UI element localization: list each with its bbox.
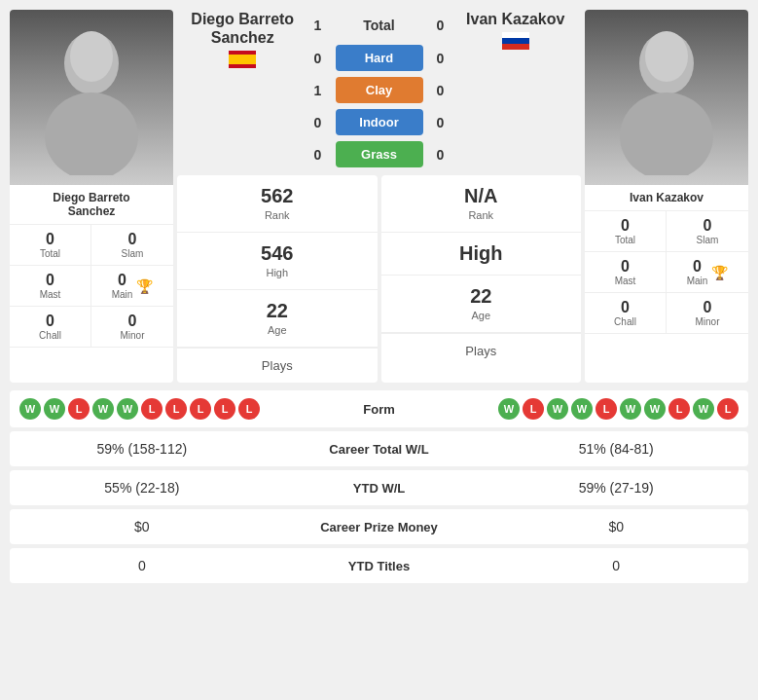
p2-titles-stat: 0	[497, 558, 735, 573]
player2-total-stat: 0 Total	[585, 211, 667, 252]
form-badge-l: L	[214, 398, 235, 420]
ytd-wl-row: 55% (22-18) YTD W/L 59% (27-19)	[10, 470, 748, 505]
total-row: 1 Total 0	[308, 12, 451, 39]
player1-name: Diego Barreto Sanchez	[49, 185, 133, 224]
player1-avatar	[10, 10, 173, 185]
player2-center-stats: N/A Rank High 22 Age Plays	[381, 175, 582, 383]
player2-main-stat: 0 Main 🏆	[667, 252, 748, 293]
form-badge-l: L	[68, 398, 90, 420]
form-badge-w: W	[620, 398, 641, 420]
player2-form: WLWWLWWLWL	[424, 398, 740, 420]
player2-chall-stat: 0 Chall	[585, 293, 667, 334]
player2-mast-stat: 0 Mast	[585, 252, 667, 293]
player2-avatar	[585, 10, 748, 185]
form-section: WWLWWLLLLL Form WLWWLWWLWL	[10, 390, 748, 427]
form-badge-l: L	[523, 398, 544, 420]
form-badge-w: W	[498, 398, 520, 420]
player2-header-name: Ivan Kazakov	[451, 10, 582, 28]
player1-header-name: Diego Barreto Sanchez	[177, 10, 308, 47]
svg-point-1	[45, 92, 138, 175]
form-badge-l: L	[141, 398, 162, 420]
svg-rect-4	[229, 55, 256, 64]
player2-minor-stat: 0 Minor	[667, 293, 748, 334]
form-badge-w: W	[571, 398, 593, 420]
career-total-row: 59% (158-112) Career Total W/L 51% (84-8…	[10, 431, 748, 466]
form-badge-l: L	[165, 398, 187, 420]
ytd-wl-label: YTD W/L	[261, 481, 498, 496]
indoor-row: 0 Indoor 0	[308, 109, 451, 135]
player2-slam-stat: 0 Slam	[667, 211, 748, 252]
hard-btn: Hard	[336, 45, 423, 71]
player1-center-stats: 562 Rank 546 High 22 Age Plays	[177, 175, 378, 383]
ytd-titles-row: 0 YTD Titles 0	[10, 548, 748, 583]
svg-point-9	[620, 92, 713, 175]
form-badge-l: L	[717, 398, 739, 420]
prize-label: Career Prize Money	[261, 520, 498, 534]
p2-ytd-stat: 59% (27-19)	[497, 480, 735, 496]
player1-card: Diego Barreto Sanchez 0 Total 0 Slam 0 M…	[10, 10, 173, 383]
player1-minor-stat: 0 Minor	[91, 307, 173, 348]
form-badge-w: W	[693, 398, 714, 420]
clay-row: 1 Clay 0	[308, 77, 451, 103]
svg-rect-6	[502, 38, 529, 44]
form-badge-w: W	[117, 398, 138, 420]
grass-row: 0 Grass 0	[308, 141, 451, 167]
prize-money-row: $0 Career Prize Money $0	[10, 509, 748, 544]
svg-point-2	[70, 31, 113, 82]
p1-titles-stat: 0	[23, 558, 261, 573]
player1-slam-stat: 0 Slam	[91, 225, 173, 266]
player1-mast-stat: 0 Mast	[10, 266, 91, 307]
total-label: Total	[336, 18, 423, 33]
form-badge-w: W	[19, 398, 41, 420]
form-badge-l: L	[190, 398, 211, 420]
p2-prize-stat: $0	[497, 519, 735, 534]
flag-es-icon	[229, 51, 256, 68]
form-badge-w: W	[92, 398, 114, 420]
form-badge-w: W	[547, 398, 568, 420]
player2-card: Ivan Kazakov 0 Total 0 Slam 0 Mast 0	[585, 10, 748, 383]
p2-career-stat: 51% (84-81)	[497, 441, 735, 457]
trophy-icon-p2: 🏆	[711, 265, 728, 280]
indoor-btn: Indoor	[336, 109, 423, 135]
player1-form: WWLWWLLLLL	[19, 398, 335, 420]
career-total-label: Career Total W/L	[261, 442, 498, 457]
form-badge-l: L	[238, 398, 260, 420]
trophy-icon-p1: 🏆	[136, 278, 153, 294]
grass-btn: Grass	[336, 141, 423, 167]
p2-total-score: 0	[431, 18, 451, 33]
player1-total-stat: 0 Total	[10, 225, 91, 266]
player2-name: Ivan Kazakov	[626, 185, 707, 210]
p1-total-score: 1	[308, 18, 328, 33]
player1-main-stat: 0 Main 🏆	[91, 266, 173, 307]
form-badge-l: L	[596, 398, 617, 420]
p1-career-stat: 59% (158-112)	[23, 441, 261, 457]
middle-section: Diego Barreto Sanchez 1 Total 0	[177, 10, 581, 383]
form-badge-w: W	[44, 398, 65, 420]
flag-ru-icon	[502, 32, 529, 50]
p1-prize-stat: $0	[23, 519, 261, 534]
ytd-titles-label: YTD Titles	[261, 559, 498, 573]
player1-chall-stat: 0 Chall	[10, 307, 91, 348]
svg-rect-7	[502, 44, 529, 50]
hard-row: 0 Hard 0	[308, 45, 451, 71]
form-badge-l: L	[668, 398, 690, 420]
form-badge-w: W	[644, 398, 666, 420]
clay-btn: Clay	[336, 77, 423, 103]
svg-point-10	[645, 31, 688, 82]
form-label: Form	[341, 402, 418, 417]
svg-rect-5	[502, 32, 529, 38]
p1-ytd-stat: 55% (22-18)	[23, 480, 261, 496]
